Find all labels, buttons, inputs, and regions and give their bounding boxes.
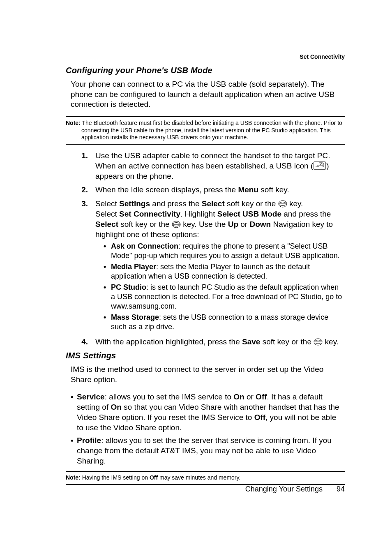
s3j: Select USB Mode [217,210,281,218]
running-head: Set Connectivity [66,53,345,60]
step-1-body: Use the USB adapter cable to connect the… [95,150,345,182]
s3b: Settings [119,199,150,208]
s3e: soft key or the [225,199,278,208]
step-4: 4. With the application highlighted, pre… [66,337,345,347]
b0: Ask on Connection [111,242,178,250]
s3i: . Highlight [180,210,217,218]
prof-bold: Profile [77,436,101,445]
s3c: and press the [150,199,202,208]
step-2-b: Menu [238,185,258,194]
usb-icon [314,161,326,170]
note-block-2: Note: Having the IMS setting on Off may … [66,471,345,485]
s3a: Select [95,199,119,208]
heading-usb-mode: Configuring your Phone's USB Mode [66,66,345,75]
note2-a: Having the IMS setting on [81,474,150,481]
s3l: Select [95,220,118,228]
step3-bullets: Ask on Connection: requires the phone to… [95,242,345,332]
intro-usb: Your phone can connect to a PC via the U… [71,79,345,110]
step-4-num: 4. [66,337,95,347]
b1: Media Player [111,263,156,271]
step-1-pre: Use the USB adapter cable to connect the… [95,151,330,170]
note-label-2: Note: [66,474,81,481]
center-key-icon [278,201,287,208]
s4c: soft key or the [260,337,314,346]
svc-b: On [233,392,244,401]
svc-c: or [244,392,256,401]
footer-chapter: Changing Your Settings [245,485,323,493]
heading-ims: IMS Settings [66,351,345,360]
svc-h: Off [254,413,265,422]
step-2-num: 2. [66,185,95,195]
intro-ims: IMS is the method used to connect to the… [71,364,345,385]
bullet-profile: Profile: allows you to set the the serve… [71,435,345,466]
s3o: Up [228,220,238,228]
s4a: With the application highlighted, press … [95,337,242,346]
step-2-body: When the Idle screen displays, press the… [95,185,345,195]
ims-bullets: Service: allows you to set the IMS servi… [71,392,345,466]
s3k: and press the [281,210,331,218]
s4d: key. [323,337,339,346]
center-key-icon [172,221,181,228]
step-1: 1. Use the USB adapter cable to connect … [66,150,345,182]
svc-d: Off [256,392,267,401]
note-label-1: Note: [66,120,81,126]
step-3-num: 3. [66,198,95,209]
page: Set Connectivity Configuring your Phone'… [0,0,392,549]
bullet-media-player: Media Player: sets the Media Player to l… [104,262,345,281]
note2-b: Off [150,474,158,481]
s3d: Select [202,199,225,208]
note2-c: may save minutes and memory. [158,474,240,481]
step-4-body: With the application highlighted, press … [95,337,345,347]
bullet-ask-connection: Ask on Connection: requires the phone to… [104,242,345,261]
s3n: key. Use the [181,220,228,228]
s4b: Save [242,337,260,346]
page-footer: Changing Your Settings94 [245,485,345,494]
step-2-c: soft key. [258,185,289,194]
s3q: Down [249,220,271,228]
b2: PC Studio [111,283,146,291]
bullet-mass-storage: Mass Storage: sets the USB connection to… [104,313,345,332]
steps-list: 1. Use the USB adapter cable to connect … [66,150,345,347]
step-3-body: Select Settings and press the Select sof… [95,198,345,333]
s3m: soft key or the [118,220,172,228]
b3: Mass Storage [111,313,159,321]
svc-bold: Service [77,392,105,401]
s3f: key. [287,199,303,208]
prof-a: : allows you to set the the server that … [77,436,332,465]
svc-a: : allows you to set the IMS service to [105,392,234,401]
note-block-1: Note: The Bluetooth feature must first b… [66,116,345,145]
step-2: 2. When the Idle screen displays, press … [66,185,345,195]
s3g: Select [95,210,119,218]
s3p: or [238,220,249,228]
step-2-a: When the Idle screen displays, press the [95,185,238,194]
bullet-service: Service: allows you to set the IMS servi… [71,392,345,433]
step-1-num: 1. [66,150,95,161]
note-text-1: The Bluetooth feature must first be disa… [81,120,342,141]
step-3: 3. Select Settings and press the Select … [66,198,345,333]
s3h: Set Connectivity [119,210,180,218]
footer-page: 94 [337,485,345,493]
svc-f: On [111,403,121,411]
center-key-icon [314,339,323,346]
bullet-pc-studio: PC Studio: is set to launch PC Studio as… [104,283,345,311]
